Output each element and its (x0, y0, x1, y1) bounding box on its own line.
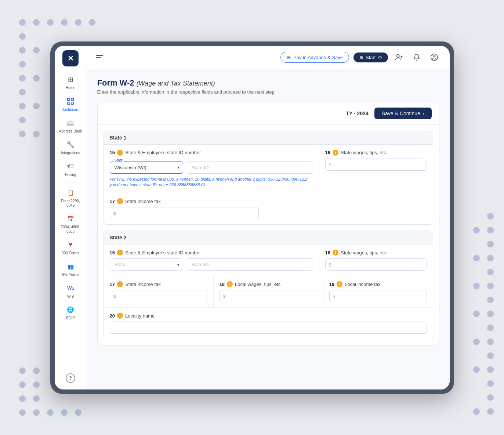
start-plus-icon: ⊕ (359, 55, 363, 60)
s2-field20-info-icon[interactable]: i (117, 313, 123, 319)
state2-local-wages-input[interactable] (220, 290, 317, 302)
state2-state-select[interactable]: State Alabama (AL) Alaska (AK) Wisconsin… (110, 258, 183, 271)
s2-field20-label: Locality name (125, 313, 155, 319)
field16-info-icon[interactable]: i (333, 150, 338, 156)
state2-row1: 15 i State & Employer's state ID number … (104, 244, 433, 276)
ty-badge: TY - 2024 (346, 110, 369, 116)
page-content: Form W-2 (Wage and Tax Statement) Enter … (87, 69, 450, 389)
field15-info-icon[interactable]: i (117, 150, 123, 156)
sidebar-item-dashboard[interactable]: Dashboard (57, 94, 84, 114)
sidebar-item-home[interactable]: ⊞ Home (57, 72, 84, 93)
app-container: ✕ ⊞ Home Dashboard 📖 Address Book 🔧 Inte… (55, 46, 450, 389)
s2-field16-dollar-sign: $ (329, 262, 331, 267)
sidebar-label-7004: 7004, 4868, 8868 (59, 225, 82, 234)
s2-field17-info-icon[interactable]: i (117, 281, 123, 287)
pay-advance-plus-icon: ⊕ (287, 54, 291, 60)
sidebar-item-integrations[interactable]: 🔧 Integrations (57, 137, 84, 157)
s2-field17-label: State income tax (125, 282, 161, 287)
sidebar-item-help[interactable]: ? (57, 371, 84, 385)
start-button[interactable]: ⊕ Start ⊙ (353, 52, 388, 62)
state2-local-income-tax-input[interactable] (329, 290, 427, 302)
state1-section: State 1 15 i State & Employer's state ID… (104, 131, 433, 225)
save-continue-button[interactable]: Save & Continue › (374, 108, 432, 119)
field17-label: State income tax (125, 199, 161, 204)
help-icon: ? (66, 373, 75, 383)
field15-label: State & Employer's state ID number (125, 150, 201, 155)
sidebar-item-address-book[interactable]: 📖 Address Book (57, 116, 84, 136)
hamburger-menu[interactable] (96, 55, 103, 60)
s2-field20-num: 20 (110, 313, 115, 319)
state1-field17-cell: 17 i State income tax $ (104, 193, 265, 224)
state2-field15-header: 15 i State & Employer's state ID number (110, 250, 313, 255)
state2-field19-cell: 19 i Local income tax $ (323, 276, 433, 307)
field16-dollar-sign: $ (329, 162, 331, 167)
s2-field18-info-icon[interactable]: i (227, 281, 233, 287)
state2-row3: 20 i Locality name (104, 308, 433, 339)
sidebar-item-990[interactable]: ♥ 990 Forms (57, 238, 84, 258)
logo-text: ✕ (68, 54, 74, 63)
state1-field17-input-wrap: $ (110, 207, 259, 219)
state1-field16-cell: 16 i State wages, tips, etc $ (319, 145, 433, 193)
app-shell: ✕ ⊞ Home Dashboard 📖 Address Book 🔧 Inte… (50, 41, 454, 394)
sidebar-divider (61, 182, 80, 182)
sidebar-label-home: Home (66, 86, 76, 90)
s2-field15-info-icon[interactable]: i (117, 250, 123, 255)
integrations-icon: 🔧 (65, 139, 76, 150)
s2-field19-label: Local income tax (345, 282, 381, 287)
sidebar-item-94x[interactable]: 👥 94x Forms (57, 259, 84, 279)
state1-income-tax-input[interactable] (110, 207, 259, 219)
contacts-button[interactable] (392, 51, 406, 64)
state-sublabel: State (113, 158, 124, 162)
sidebar-item-pricing[interactable]: 🏷 Pricing (57, 159, 84, 179)
user-profile-button[interactable] (428, 51, 441, 64)
field16-label: State wages, tips, etc (341, 150, 386, 155)
state2-field16-input-wrap: $ (325, 258, 427, 271)
sidebar-label-94x: 94x Forms (62, 273, 79, 277)
s2-field17-dollar-sign: $ (113, 293, 116, 299)
state1-id-input[interactable] (187, 162, 313, 174)
field17-num: 17 (110, 199, 115, 204)
state1-row2: 17 i State income tax $ (104, 193, 433, 224)
state2-locality-input[interactable] (110, 322, 427, 334)
main-content: ⊕ Pay in Advance & Save ⊕ Start ⊙ (87, 46, 450, 389)
state1-state-select[interactable]: Wisconsin (WI) (110, 162, 183, 174)
state2-field16-header: 16 i State wages, tips, etc (325, 250, 427, 255)
page-title: Form W-2 (Wage and Tax Statement) (97, 78, 439, 88)
state1-row1: 15 i State & Employer's state ID number … (104, 145, 433, 193)
save-continue-label: Save & Continue (382, 110, 420, 116)
sidebar: ✕ ⊞ Home Dashboard 📖 Address Book 🔧 Inte… (55, 46, 87, 389)
state1-wages-input[interactable] (325, 159, 427, 171)
app-logo[interactable]: ✕ (62, 50, 79, 66)
state2-field19-input-wrap: $ (329, 290, 427, 302)
state2-title: State 2 (104, 231, 433, 244)
field17-info-icon[interactable]: i (117, 198, 123, 204)
sidebar-label-integrations: Integrations (61, 151, 80, 155)
sidebar-label-form2290: Form 2290, 8849 (59, 199, 82, 208)
sidebar-label-address-book: Address Book (59, 129, 82, 134)
w9-icon: W₂ (65, 283, 76, 293)
save-continue-arrow: › (423, 110, 424, 116)
notifications-button[interactable] (410, 51, 423, 64)
sidebar-label-boir: BOIR (66, 316, 75, 320)
state2-id-input[interactable] (187, 258, 313, 271)
s2-field19-num: 19 (329, 282, 334, 287)
top-nav: ⊕ Pay in Advance & Save ⊕ Start ⊙ (87, 46, 450, 69)
sidebar-item-w9[interactable]: W₂ W-9 (57, 281, 84, 301)
boir-icon: 🌐 (65, 305, 76, 315)
s2-field19-info-icon[interactable]: i (337, 281, 342, 287)
page-description: Enter the applicable information in the … (97, 89, 439, 95)
sidebar-item-7004[interactable]: 📅 7004, 4868, 8868 (57, 211, 84, 236)
sidebar-item-form2290[interactable]: 📋 Form 2290, 8849 (57, 185, 84, 210)
s2-field16-info-icon[interactable]: i (333, 250, 338, 255)
state1-field16-input-wrap: $ (325, 159, 427, 171)
sidebar-item-boir[interactable]: 🌐 BOIR (57, 302, 84, 323)
state2-wages-input[interactable] (325, 258, 427, 271)
svg-rect-0 (68, 98, 70, 100)
start-label: Start (366, 55, 376, 60)
state1-field15-header: 15 i State & Employer's state ID number (110, 150, 313, 156)
s2-field16-num: 16 (325, 250, 330, 255)
pay-advance-button[interactable]: ⊕ Pay in Advance & Save (280, 52, 349, 63)
s2-field15-label: State & Employer's state ID number (125, 250, 201, 255)
field16-num: 16 (325, 150, 330, 155)
state2-income-tax-input[interactable] (110, 290, 207, 302)
